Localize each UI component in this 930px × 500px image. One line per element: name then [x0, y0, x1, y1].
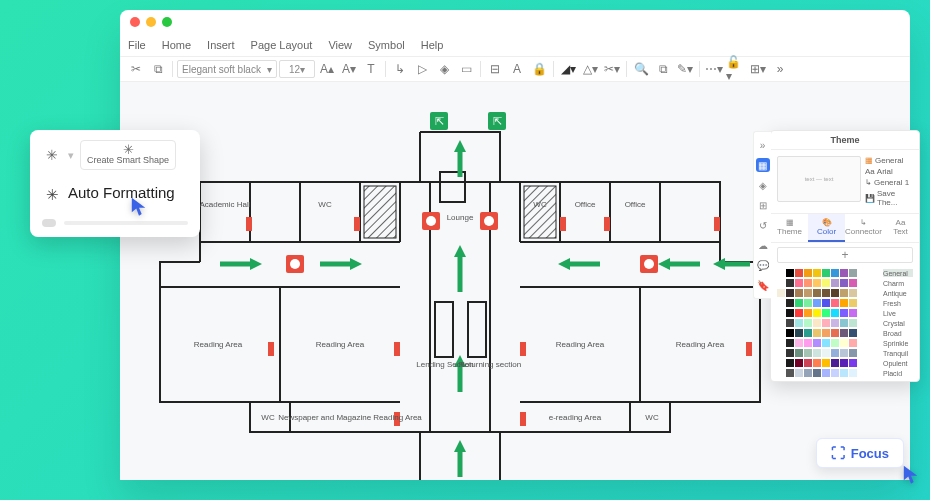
svg-point-55	[644, 259, 654, 269]
font-select[interactable]: Elegant soft black▾	[177, 60, 277, 78]
grid-icon[interactable]: ⊞▾	[748, 59, 768, 79]
sparkle-icon[interactable]: ✳	[42, 145, 62, 165]
palette-charm[interactable]: Charm	[777, 279, 913, 287]
align-icon[interactable]: ⊟	[485, 59, 505, 79]
strip-cloud-icon[interactable]: ☁	[756, 238, 770, 252]
minimize-icon[interactable]	[146, 17, 156, 27]
opt-general1[interactable]: ↳General 1	[865, 178, 913, 187]
font-style-icon[interactable]: A	[507, 59, 527, 79]
palette-sprinkle[interactable]: Sprinkle	[777, 339, 913, 347]
svg-marker-45	[558, 258, 570, 270]
opt-arial[interactable]: AaArial	[865, 167, 913, 176]
tab-connector[interactable]: ↳Connector	[845, 214, 882, 242]
overflow-icon[interactable]: »	[770, 59, 790, 79]
font-minus-icon[interactable]: A▾	[339, 59, 359, 79]
cut-icon[interactable]: ✂	[126, 59, 146, 79]
label-office1: Office	[575, 200, 596, 209]
strip-expand-icon[interactable]: »	[756, 138, 770, 152]
tab-color[interactable]: 🎨Color	[808, 214, 845, 242]
svg-point-53	[484, 216, 494, 226]
font-plus-icon[interactable]: A▴	[317, 59, 337, 79]
maximize-icon[interactable]	[162, 17, 172, 27]
opt-save[interactable]: 💾Save The...	[865, 189, 913, 207]
tab-theme[interactable]: ▦Theme	[771, 214, 808, 242]
theme-panel: » ▦ ◈ ⊞ ↺ ☁ 💬 🔖 Theme text — text ▦Gener…	[770, 130, 920, 382]
label-returning: Returning section	[459, 360, 521, 369]
svg-marker-41	[350, 258, 362, 270]
svg-marker-39	[250, 258, 262, 270]
theme-title: Theme	[771, 131, 919, 150]
svg-rect-64	[714, 217, 720, 231]
add-theme-button[interactable]: +	[777, 247, 913, 263]
label-wc2: WC	[533, 200, 547, 209]
menu-file[interactable]: File	[128, 39, 146, 51]
menu-symbol[interactable]: Symbol	[368, 39, 405, 51]
font-size-select[interactable]: 12 ▾	[279, 60, 315, 78]
outline-icon[interactable]: △▾	[580, 59, 600, 79]
side-strip: » ▦ ◈ ⊞ ↺ ☁ 💬 🔖	[753, 131, 771, 299]
strip-comment-icon[interactable]: 💬	[756, 258, 770, 272]
palette-broad[interactable]: Broad	[777, 329, 913, 337]
palette-opulent[interactable]: Opulent	[777, 359, 913, 367]
strip-layers-icon[interactable]: ◈	[756, 178, 770, 192]
palette-tranquil[interactable]: Tranquil	[777, 349, 913, 357]
svg-rect-59	[520, 342, 526, 356]
label-academic: Academic Hall	[199, 200, 250, 209]
replace-icon[interactable]: ⧉	[653, 59, 673, 79]
menu-home[interactable]: Home	[162, 39, 191, 51]
layer-icon[interactable]: ◈	[434, 59, 454, 79]
palette-antique[interactable]: Antique	[777, 289, 913, 297]
strip-history-icon[interactable]: ↺	[756, 218, 770, 232]
svg-text:⇱: ⇱	[435, 115, 444, 127]
toggle[interactable]	[42, 219, 56, 227]
floor-plan: ⇱ ⇱	[140, 92, 780, 480]
create-smart-shape-button[interactable]: ✳ Create Smart Shape	[80, 140, 176, 170]
fill-icon[interactable]: ◢▾	[558, 59, 578, 79]
autoformat-icon: ✳	[42, 185, 62, 205]
svg-rect-61	[246, 217, 252, 231]
lock-icon[interactable]: 🔒	[529, 59, 549, 79]
copy-icon[interactable]: ⧉	[148, 59, 168, 79]
strip-tag-icon[interactable]: 🔖	[756, 278, 770, 292]
slider[interactable]	[64, 221, 188, 225]
opt-general[interactable]: ▦General	[865, 156, 913, 165]
menu-help[interactable]: Help	[421, 39, 444, 51]
strip-theme-icon[interactable]: ▦	[756, 158, 770, 172]
palette-live[interactable]: Live	[777, 309, 913, 317]
crop-icon[interactable]: ✂▾	[602, 59, 622, 79]
more1-icon[interactable]: ⋯▾	[704, 59, 724, 79]
strip-layout-icon[interactable]: ⊞	[756, 198, 770, 212]
palette-crystal[interactable]: Crystal	[777, 319, 913, 327]
shape-icon[interactable]: ▭	[456, 59, 476, 79]
label-wc4: WC	[645, 413, 659, 422]
svg-marker-43	[658, 258, 670, 270]
text-icon[interactable]: T	[361, 59, 381, 79]
menu-view[interactable]: View	[328, 39, 352, 51]
svg-text:⇱: ⇱	[493, 115, 502, 127]
cursor-icon	[130, 196, 148, 218]
label-lounge: Lounge	[447, 213, 474, 222]
label-newspaper: Newspaper and Magazine Reading Area	[278, 413, 422, 422]
close-icon[interactable]	[130, 17, 140, 27]
palette-general[interactable]: General	[777, 269, 913, 277]
label-reading1: Reading Area	[194, 340, 243, 349]
lock2-icon[interactable]: 🔓▾	[726, 59, 746, 79]
svg-rect-67	[560, 217, 566, 231]
menu-insert[interactable]: Insert	[207, 39, 235, 51]
pointer-icon[interactable]: ▷	[412, 59, 432, 79]
connector-icon[interactable]: ↳	[390, 59, 410, 79]
theme-preview[interactable]: text — text	[777, 156, 861, 202]
label-wc: WC	[318, 200, 332, 209]
svg-rect-23	[468, 302, 486, 357]
palette-fresh[interactable]: Fresh	[777, 299, 913, 307]
search-icon[interactable]: 🔍	[631, 59, 651, 79]
tab-text[interactable]: AaText	[882, 214, 919, 242]
autoformat-label: Auto Formatting	[68, 184, 175, 201]
svg-marker-33	[454, 245, 466, 257]
palette-placid[interactable]: Placid	[777, 369, 913, 377]
label-office2: Office	[625, 200, 646, 209]
titlebar	[120, 10, 910, 34]
menu-pagelayout[interactable]: Page Layout	[251, 39, 313, 51]
pen-icon[interactable]: ✎▾	[675, 59, 695, 79]
focus-button[interactable]: ⛶ Focus	[816, 438, 904, 468]
